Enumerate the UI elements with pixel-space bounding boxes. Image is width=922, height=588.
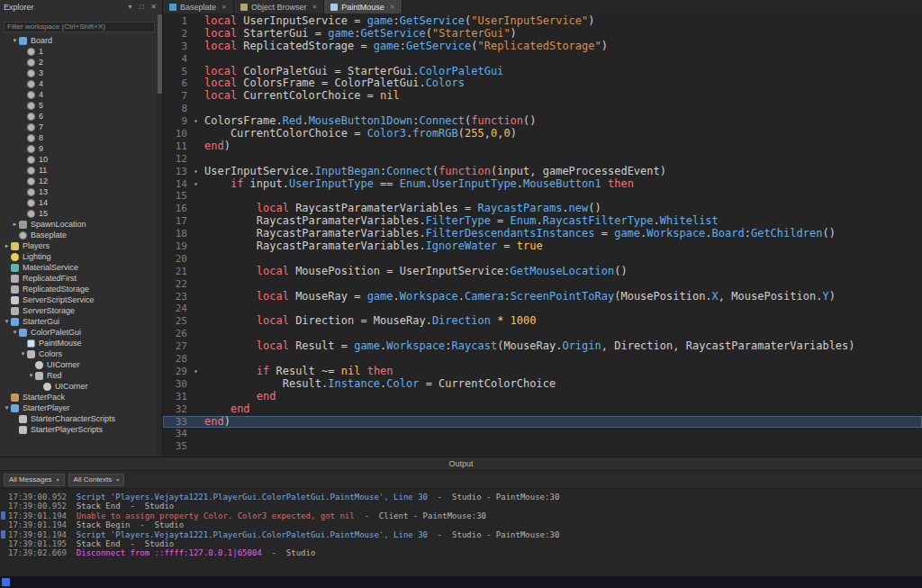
code-line-20[interactable]: 20	[163, 253, 922, 266]
code-line-22[interactable]: 22	[163, 278, 922, 291]
code-line-17[interactable]: 17 RaycastParamaterVariables.FilterType …	[163, 215, 922, 228]
tab-close-icon[interactable]: ✕	[312, 4, 317, 11]
fold-arrow-icon[interactable]: ▾	[187, 178, 204, 191]
tree-item-starterplayer[interactable]: ▾StarterPlayer	[0, 403, 162, 413]
tree-item-3[interactable]: 3	[0, 68, 162, 78]
code-line-30[interactable]: 30 Result.Instance.Color = CurrentColorC…	[163, 378, 922, 391]
expand-arrow-icon[interactable]: ▾	[11, 329, 19, 336]
expand-arrow-icon[interactable]: ▾	[3, 318, 11, 325]
tree-item-serverscriptservice[interactable]: ServerScriptService	[0, 294, 162, 305]
fold-arrow-icon[interactable]: ▾	[187, 115, 204, 128]
code-line-27[interactable]: 27 local Result = game.Workspace:Raycast…	[163, 340, 922, 353]
fold-arrow-icon[interactable]: ▾	[187, 166, 204, 178]
workspace-filter-input[interactable]	[4, 22, 155, 32]
tree-item-6[interactable]: 6	[0, 111, 162, 122]
code-line-4[interactable]: 4	[163, 53, 922, 66]
code-line-33[interactable]: 33end)	[163, 416, 922, 429]
tree-item-starterpack[interactable]: StarterPack	[0, 392, 162, 403]
output-filter-all-messages[interactable]: All Messages▾	[4, 474, 65, 486]
tree-item-2[interactable]: 2	[0, 57, 162, 68]
code-line-34[interactable]: 34	[163, 428, 922, 440]
tree-item-replicatedstorage[interactable]: ReplicatedStorage	[0, 284, 162, 294]
tree-item-serverstorage[interactable]: ServerStorage	[0, 305, 162, 316]
tree-item-startergui[interactable]: ▾StarterGui	[0, 316, 162, 327]
tree-item-uicorner[interactable]: UICorner	[0, 359, 162, 370]
code-line-25[interactable]: 25 local Direction = MouseRay.Direction …	[163, 315, 922, 328]
tree-item-1[interactable]: 1	[0, 46, 162, 57]
code-line-31[interactable]: 31 end	[163, 391, 922, 403]
code-line-21[interactable]: 21 local MousePosition = UserInputServic…	[163, 266, 922, 278]
tree-item-13[interactable]: 13	[0, 186, 162, 197]
code-editor[interactable]: 1local UserInputService = game:GetServic…	[163, 14, 922, 457]
tree-item-10[interactable]: 10	[0, 154, 162, 165]
tree-item-lighting[interactable]: Lighting	[0, 251, 162, 262]
code-line-26[interactable]: 26	[163, 328, 922, 340]
tree-item-paintmouse[interactable]: PaintMouse	[0, 338, 162, 348]
float-panel-icon[interactable]: □	[137, 1, 147, 13]
code-line-18[interactable]: 18 RaycastParamaterVariables.FilterDesce…	[163, 228, 922, 240]
code-line-28[interactable]: 28	[163, 353, 922, 366]
tab-baseplate[interactable]: Baseplate✕	[163, 0, 234, 14]
fold-arrow-icon[interactable]: ▾	[187, 366, 204, 378]
tab-close-icon[interactable]: ✕	[221, 4, 227, 11]
code-line-14[interactable]: 14▾ if input.UserInputType == Enum.UserI…	[163, 178, 922, 191]
expand-arrow-icon[interactable]: ▾	[19, 350, 27, 357]
code-line-8[interactable]: 8	[163, 103, 922, 115]
expand-arrow-icon[interactable]: ▾	[27, 372, 35, 379]
code-line-23[interactable]: 23 local MouseRay = game.Workspace.Camer…	[163, 291, 922, 303]
tree-item-spawnlocation[interactable]: ▸SpawnLocation	[0, 219, 162, 230]
code-line-32[interactable]: 32 end	[163, 403, 922, 416]
code-line-13[interactable]: 13▾UserInputService.InputBegan:Connect(f…	[163, 166, 922, 178]
tree-item-replicatedfirst[interactable]: ReplicatedFirst	[0, 273, 162, 284]
tree-item-baseplate[interactable]: Baseplate	[0, 230, 162, 240]
explorer-scrollbar-thumb[interactable]	[158, 14, 162, 94]
output-filter-all-contexts[interactable]: All Contexts▾	[68, 474, 125, 486]
tab-paintmouse[interactable]: PaintMouse✕	[324, 0, 402, 14]
tree-item-uicorner[interactable]: UICorner	[0, 381, 162, 392]
code-line-12[interactable]: 12	[163, 153, 922, 166]
code-line-6[interactable]: 6local ColorsFrame = ColorPaletGui.Color…	[163, 77, 922, 90]
panel-menu-icon[interactable]: ▾	[125, 1, 135, 13]
tree-item-15[interactable]: 15	[0, 208, 162, 219]
code-line-3[interactable]: 3local ReplicatedStorage = game:GetServi…	[163, 41, 922, 53]
tree-item-5[interactable]: 5	[0, 100, 162, 111]
tree-item-7[interactable]: 7	[0, 122, 162, 132]
tree-item-9[interactable]: 9	[0, 143, 162, 154]
code-line-16[interactable]: 16 local RaycastParamaterVariables = Ray…	[163, 203, 922, 215]
tree-item-11[interactable]: 11	[0, 165, 162, 176]
tab-object-browser[interactable]: Object Browser✕	[234, 0, 324, 14]
tab-close-icon[interactable]: ✕	[390, 4, 395, 11]
code-line-7[interactable]: 7local CurrentColorChoice = nil	[163, 90, 922, 103]
output-line-1[interactable]: 17:39:00.952 Script 'Players.Vejayta1221…	[0, 493, 922, 502]
tree-item-players[interactable]: ▸Players	[0, 240, 162, 251]
tree-item-4[interactable]: 4	[0, 78, 162, 89]
tree-item-startercharacterscripts[interactable]: StarterCharacterScripts	[0, 413, 162, 424]
tree-item-14[interactable]: 14	[0, 197, 162, 208]
code-line-2[interactable]: 2local StarterGui = game:GetService("Sta…	[163, 28, 922, 41]
code-line-10[interactable]: 10 CurrentColorChoice = Color3.fromRGB(2…	[163, 128, 922, 140]
code-line-5[interactable]: 5local ColorPaletGui = StarterGui.ColorP…	[163, 66, 922, 78]
tree-item-8[interactable]: 8	[0, 132, 162, 143]
tree-item-colors[interactable]: ▾Colors	[0, 348, 162, 359]
code-line-15[interactable]: 15	[163, 190, 922, 203]
tree-item-colorpaletgui[interactable]: ▾ColorPaletGui	[0, 327, 162, 338]
expand-arrow-icon[interactable]: ▸	[3, 242, 11, 249]
expand-arrow-icon[interactable]: ▾	[3, 404, 11, 412]
tree-item-red[interactable]: ▾Red	[0, 370, 162, 381]
code-line-24[interactable]: 24	[163, 303, 922, 315]
tree-item-starterplayerscripts[interactable]: StarterPlayerScripts	[0, 424, 162, 435]
code-line-9[interactable]: 9▾ColorsFrame.Red.MouseButton1Down:Conne…	[163, 115, 922, 128]
code-line-29[interactable]: 29▾ if Result ~= nil then	[163, 366, 922, 378]
explorer-scrollbar[interactable]	[158, 14, 162, 457]
tree-item-materialservice[interactable]: MaterialService	[0, 262, 162, 273]
output-line-5[interactable]: 17:39:01.194 Script 'Players.Vejayta1221…	[0, 530, 922, 539]
code-line-35[interactable]: 35	[163, 440, 922, 453]
code-line-19[interactable]: 19 RaycastParamaterVariables.IgnoreWater…	[163, 240, 922, 253]
expand-arrow-icon[interactable]: ▸	[11, 221, 19, 228]
close-panel-icon[interactable]: ✕	[149, 1, 158, 13]
expand-arrow-icon[interactable]: ▾	[11, 37, 19, 44]
tree-item-board[interactable]: ▾Board	[0, 35, 162, 46]
code-line-1[interactable]: 1local UserInputService = game:GetServic…	[163, 15, 922, 28]
tree-item-12[interactable]: 12	[0, 176, 162, 186]
tree-item-4[interactable]: 4	[0, 89, 162, 100]
